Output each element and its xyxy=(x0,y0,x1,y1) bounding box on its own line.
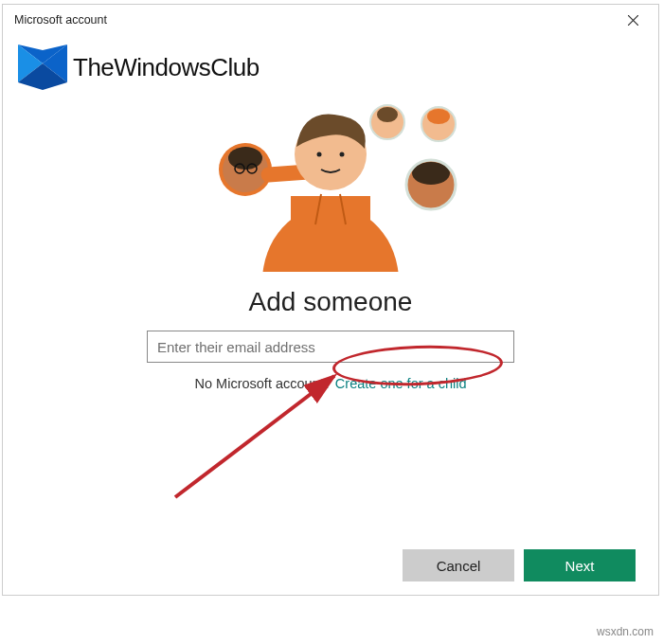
svg-point-7 xyxy=(377,107,398,122)
next-button[interactable]: Next xyxy=(524,549,636,581)
thewindowsclub-logo-icon xyxy=(18,45,67,90)
close-button[interactable] xyxy=(611,5,654,35)
dialog-window: Microsoft account TheWindowsClub xyxy=(2,4,659,596)
cancel-button[interactable]: Cancel xyxy=(403,549,514,581)
svg-point-25 xyxy=(317,152,322,157)
create-child-link[interactable]: Create one for a child xyxy=(335,376,467,391)
footer-bar: Cancel Next xyxy=(3,536,658,595)
close-icon xyxy=(628,15,638,26)
no-account-text: No Microsoft account? xyxy=(195,376,332,391)
svg-point-18 xyxy=(228,147,262,170)
no-account-row: No Microsoft account? Create one for a c… xyxy=(195,376,467,391)
email-input[interactable] xyxy=(147,331,514,363)
site-watermark-top: TheWindowsClub xyxy=(18,45,260,90)
page-heading: Add someone xyxy=(249,287,413,317)
titlebar: Microsoft account xyxy=(3,5,658,35)
site-credit: wsxdn.com xyxy=(597,625,654,638)
svg-point-26 xyxy=(340,152,345,157)
svg-point-11 xyxy=(427,109,450,124)
svg-rect-22 xyxy=(291,196,370,272)
window-title: Microsoft account xyxy=(14,13,107,27)
people-illustration xyxy=(179,101,482,272)
svg-line-29 xyxy=(175,376,334,497)
watermark-text: TheWindowsClub xyxy=(73,53,260,82)
